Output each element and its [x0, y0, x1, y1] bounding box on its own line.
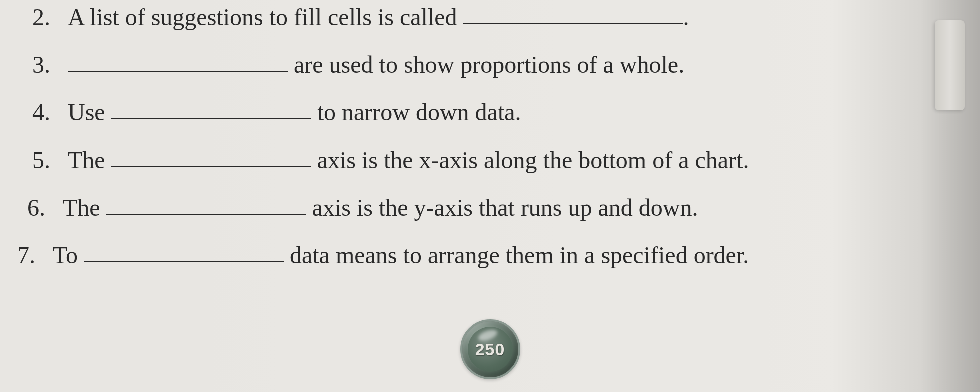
question-3: 3. are used to show proportions of a who… [5, 48, 965, 81]
question-text-after: . [683, 4, 689, 30]
question-text-before: The [68, 147, 111, 173]
binder-edge [935, 20, 965, 110]
question-text-before: The [63, 194, 106, 221]
question-2: 2.A list of suggestions to fill cells is… [5, 0, 965, 34]
fill-blank[interactable] [84, 242, 284, 262]
page-number: 250 [475, 340, 505, 359]
question-text-after: data means to arrange them in a specifie… [284, 242, 749, 268]
fill-blank[interactable] [111, 99, 311, 120]
question-number: 2. [20, 0, 50, 34]
page-content: 2.A list of suggestions to fill cells is… [0, 0, 980, 272]
question-text-after: are used to show proportions of a whole. [288, 51, 684, 78]
question-number: 6. [15, 191, 45, 224]
question-text-after: axis is the y-axis that runs up and down… [306, 194, 698, 221]
question-text-after: axis is the x-axis along the bottom of a… [311, 147, 749, 173]
question-text-after: to narrow down data. [311, 99, 521, 125]
fill-blank[interactable] [111, 147, 311, 167]
fill-blank[interactable] [68, 51, 288, 72]
page-number-badge: 250 [460, 319, 520, 379]
fill-blank[interactable] [106, 194, 306, 215]
fill-blank[interactable] [463, 4, 683, 24]
question-number: 5. [20, 143, 50, 177]
question-number: 3. [20, 48, 50, 81]
question-7: 7.To data means to arrange them in a spe… [5, 238, 965, 272]
question-text-before: To [53, 242, 84, 268]
question-6: 6.The axis is the y-axis that runs up an… [5, 191, 965, 224]
question-text-before: Use [68, 99, 111, 125]
question-5: 5.The axis is the x-axis along the botto… [5, 143, 965, 177]
question-text-before: A list of suggestions to fill cells is c… [68, 4, 463, 30]
page-number-inner: 250 [468, 327, 513, 372]
question-number: 4. [20, 95, 50, 129]
question-4: 4.Use to narrow down data. [5, 95, 965, 129]
question-number: 7. [5, 238, 35, 272]
